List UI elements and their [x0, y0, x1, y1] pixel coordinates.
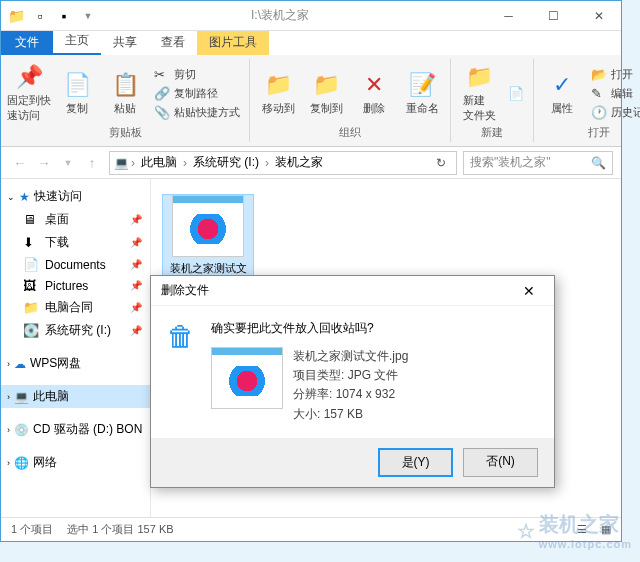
refresh-button[interactable]: ↻	[430, 156, 452, 170]
star-icon: ★	[19, 190, 30, 204]
recycle-bin-icon: 🗑	[167, 320, 199, 424]
window-controls: ─ ☐ ✕	[486, 2, 621, 30]
properties-button[interactable]: ✓属性	[540, 61, 584, 125]
download-icon: ⬇	[23, 235, 39, 250]
minimize-button[interactable]: ─	[486, 2, 531, 30]
properties-icon: ✓	[553, 71, 571, 99]
desktop-icon: 🖥	[23, 212, 39, 227]
pin-icon: 📌	[130, 325, 142, 336]
paste-button[interactable]: 📋粘贴	[103, 61, 147, 125]
dialog-close-button[interactable]: ✕	[514, 283, 544, 299]
search-input[interactable]: 搜索"装机之家" 🔍	[463, 151, 613, 175]
recent-button[interactable]: ▼	[57, 152, 79, 174]
new-folder-icon: 📁	[466, 63, 493, 91]
pin-icon: 📌	[130, 259, 142, 270]
group-label-open: 打开	[540, 125, 640, 140]
rename-button[interactable]: 📝重命名	[400, 61, 444, 125]
drive-icon: 💽	[23, 323, 39, 338]
sidebar-this-pc[interactable]: ›💻此电脑	[1, 385, 150, 408]
cut-button[interactable]: ✂剪切	[151, 66, 243, 83]
copy-to-icon: 📁	[313, 71, 340, 99]
quick-access-toolbar: 📁 ▫ ▪ ▼	[1, 5, 99, 27]
dialog-filename: 装机之家测试文件.jpg	[293, 347, 408, 366]
copy-path-button[interactable]: 🔗复制路径	[151, 85, 243, 102]
tab-share[interactable]: 共享	[101, 30, 149, 55]
sidebar: ⌄★快速访问 🖥桌面📌 ⬇下载📌 📄Documents📌 🖼Pictures📌 …	[1, 179, 151, 529]
open-button[interactable]: 📂打开	[588, 66, 640, 83]
copy-icon: 📄	[64, 71, 91, 99]
chevron-right-icon[interactable]: ›	[263, 156, 271, 170]
back-button[interactable]: ←	[9, 152, 31, 174]
forward-button[interactable]: →	[33, 152, 55, 174]
chevron-down-icon: ⌄	[7, 192, 15, 202]
edit-button[interactable]: ✎编辑	[588, 85, 640, 102]
up-button[interactable]: ↑	[81, 152, 103, 174]
chevron-right-icon: ›	[7, 392, 10, 402]
ribbon-group-clipboard: 📌固定到快 速访问 📄复制 📋粘贴 ✂剪切 🔗复制路径 📎粘贴快捷方式 剪贴板	[1, 59, 250, 142]
sidebar-quick-access[interactable]: ⌄★快速访问	[1, 185, 150, 208]
sidebar-item-contracts[interactable]: 📁电脑合同📌	[1, 296, 150, 319]
cd-icon: 💿	[14, 423, 29, 437]
move-to-button[interactable]: 📁移动到	[256, 61, 300, 125]
tab-view[interactable]: 查看	[149, 30, 197, 55]
pin-icon: 📌	[16, 63, 43, 91]
group-label-clipboard: 剪贴板	[7, 125, 243, 140]
ribbon-group-organize: 📁移动到 📁复制到 ✕删除 📝重命名 组织	[250, 59, 451, 142]
network-icon: 🌐	[14, 456, 29, 470]
maximize-button[interactable]: ☐	[531, 2, 576, 30]
copy-to-button[interactable]: 📁复制到	[304, 61, 348, 125]
new-item-button[interactable]: 📄	[505, 85, 527, 102]
dialog-message: 确实要把此文件放入回收站吗?	[211, 320, 538, 337]
pc-icon: 💻	[114, 156, 129, 170]
pin-icon: 📌	[130, 280, 142, 291]
history-button[interactable]: 🕐历史记录	[588, 104, 640, 121]
path-icon: 🔗	[154, 86, 170, 101]
breadcrumb-seg-folder[interactable]: 装机之家	[271, 154, 327, 171]
dialog-buttons: 是(Y) 否(N)	[151, 438, 554, 487]
new-item-icon: 📄	[508, 86, 524, 101]
yes-button[interactable]: 是(Y)	[378, 448, 453, 477]
no-button[interactable]: 否(N)	[463, 448, 538, 477]
tab-picture-tools[interactable]: 图片工具	[197, 30, 269, 55]
delete-dialog: 删除文件 ✕ 🗑 确实要把此文件放入回收站吗? 装机之家测试文件.jpg 项目类…	[150, 275, 555, 488]
qat-new-folder-icon[interactable]: ▪	[53, 5, 75, 27]
sidebar-item-documents[interactable]: 📄Documents📌	[1, 254, 150, 275]
rename-icon: 📝	[409, 71, 436, 99]
dialog-thumbnail	[211, 347, 283, 409]
qat-properties-icon[interactable]: ▫	[29, 5, 51, 27]
tab-file[interactable]: 文件	[1, 30, 53, 55]
pin-icon: 📌	[130, 237, 142, 248]
new-folder-button[interactable]: 📁新建 文件夹	[457, 61, 501, 125]
cloud-icon: ☁	[14, 357, 26, 371]
view-details-button[interactable]: ☰	[577, 523, 587, 536]
pictures-icon: 🖼	[23, 278, 39, 293]
delete-button[interactable]: ✕删除	[352, 61, 396, 125]
sidebar-item-downloads[interactable]: ⬇下载📌	[1, 231, 150, 254]
sidebar-wps[interactable]: ›☁WPS网盘	[1, 352, 150, 375]
group-label-new: 新建	[457, 125, 527, 140]
breadcrumb-seg-pc[interactable]: 此电脑	[137, 154, 181, 171]
sidebar-network[interactable]: ›🌐网络	[1, 451, 150, 474]
sidebar-cd-drive[interactable]: ›💿CD 驱动器 (D:) BON	[1, 418, 150, 441]
chevron-right-icon[interactable]: ›	[181, 156, 189, 170]
chevron-right-icon: ›	[7, 425, 10, 435]
edit-icon: ✎	[591, 86, 607, 101]
chevron-right-icon: ›	[7, 458, 10, 468]
breadcrumb-seg-drive[interactable]: 系统研究 (I:)	[189, 154, 263, 171]
sidebar-item-desktop[interactable]: 🖥桌面📌	[1, 208, 150, 231]
sidebar-item-drive-i[interactable]: 💽系统研究 (I:)📌	[1, 319, 150, 342]
ribbon-tabs: 文件 主页 共享 查看 图片工具	[1, 31, 621, 55]
sidebar-item-pictures[interactable]: 🖼Pictures📌	[1, 275, 150, 296]
pin-quick-access-button[interactable]: 📌固定到快 速访问	[7, 61, 51, 125]
close-button[interactable]: ✕	[576, 2, 621, 30]
open-icon: 📂	[591, 67, 607, 82]
chevron-right-icon[interactable]: ›	[129, 156, 137, 170]
view-icons-button[interactable]: ▦	[601, 523, 611, 536]
ribbon-group-open: ✓属性 📂打开 ✎编辑 🕐历史记录 打开	[534, 59, 640, 142]
copy-button[interactable]: 📄复制	[55, 61, 99, 125]
tab-home[interactable]: 主页	[53, 28, 101, 55]
breadcrumb[interactable]: 💻 › 此电脑 › 系统研究 (I:) › 装机之家 ↻	[109, 151, 457, 175]
paste-shortcut-button[interactable]: 📎粘贴快捷方式	[151, 104, 243, 121]
qat-dropdown-icon[interactable]: ▼	[77, 5, 99, 27]
pin-icon: 📌	[130, 214, 142, 225]
